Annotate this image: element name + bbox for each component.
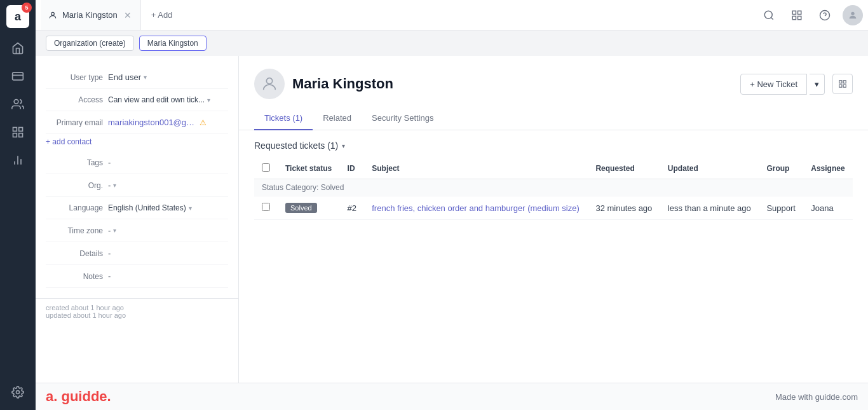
- timezone-value[interactable]: - ▾: [108, 226, 228, 235]
- org-value[interactable]: - ▾: [108, 181, 228, 190]
- new-ticket-button[interactable]: + New Ticket: [740, 74, 807, 95]
- requested-tickets-header[interactable]: Requested tickets (1) ▾: [254, 140, 853, 151]
- breadcrumb-org-create[interactable]: Organization (create): [46, 36, 134, 51]
- breadcrumb-maria-kingston[interactable]: Maria Kingston: [139, 36, 207, 51]
- ticket-subject-link[interactable]: french fries, chicken order and hamburge…: [372, 203, 580, 213]
- top-bar: Maria Kingston ✕ + Add: [36, 0, 868, 31]
- warning-icon: ⚠: [200, 118, 207, 127]
- right-panel-tabs: Tickets (1) Related Security Settings: [239, 107, 868, 130]
- svg-rect-4: [13, 133, 17, 137]
- timezone-dropdown-arrow: ▾: [113, 227, 116, 234]
- notes-value[interactable]: -: [108, 271, 228, 281]
- access-value[interactable]: Can view and edit own tick... ▾: [108, 95, 228, 104]
- tab-related[interactable]: Related: [313, 107, 362, 130]
- timezone-label: Time zone: [46, 226, 103, 235]
- col-ticket-status: Ticket status: [278, 158, 340, 179]
- access-dropdown-arrow: ▾: [207, 97, 210, 104]
- org-label: Org.: [46, 181, 103, 190]
- svg-point-10: [51, 12, 55, 15]
- svg-point-1: [14, 100, 18, 104]
- tab-add-button[interactable]: + Add: [144, 10, 180, 20]
- nav-users-icon[interactable]: [5, 92, 31, 117]
- row-group-cell: Support: [759, 196, 803, 220]
- tab-maria-kingston[interactable]: Maria Kingston ✕: [41, 0, 141, 30]
- user-type-value[interactable]: End user ▾: [108, 72, 228, 82]
- requested-tickets-chevron: ▾: [342, 142, 345, 149]
- col-group: Group: [759, 158, 803, 179]
- col-requested: Requested: [588, 158, 660, 179]
- tab-close-button[interactable]: ✕: [123, 10, 133, 20]
- add-contact-link[interactable]: + add contact: [46, 135, 92, 149]
- svg-rect-14: [798, 11, 801, 14]
- apps-grid-icon: [838, 79, 847, 88]
- svg-line-12: [771, 17, 773, 19]
- avatar-icon: [261, 75, 278, 93]
- svg-rect-22: [843, 81, 846, 83]
- svg-point-11: [764, 11, 772, 18]
- row-checkbox[interactable]: [262, 203, 270, 211]
- user-info: Maria Kingston: [254, 69, 393, 99]
- bottom-banner: a. guidde. Made with guidde.com: [36, 383, 868, 410]
- col-assignee: Assignee: [803, 158, 853, 179]
- notes-label: Notes: [46, 272, 103, 281]
- col-subject: Subject: [364, 158, 588, 179]
- user-avatar-button[interactable]: [843, 5, 863, 25]
- nav-tickets-icon[interactable]: [5, 64, 31, 89]
- language-label: Language: [46, 203, 103, 212]
- help-icon-button[interactable]: [815, 5, 835, 25]
- row-status-cell: Solved: [278, 196, 340, 220]
- tab-tickets[interactable]: Tickets (1): [254, 107, 313, 130]
- user-avatar: [254, 69, 285, 99]
- left-panel: User type End user ▾ Access Can view and…: [36, 56, 239, 383]
- svg-rect-5: [19, 133, 23, 137]
- apps-grid-button[interactable]: [832, 74, 853, 94]
- tickets-table: Ticket status ID Subject Requested Updat…: [254, 158, 853, 220]
- nav-apps-icon[interactable]: [5, 120, 31, 145]
- svg-rect-23: [839, 85, 842, 87]
- language-value[interactable]: English (United States) ▾: [108, 203, 228, 212]
- select-all-header: [254, 158, 278, 179]
- col-id: ID: [340, 158, 365, 179]
- main-area: Maria Kingston ✕ + Add: [36, 0, 868, 410]
- made-with-text: Made with guidde.com: [775, 392, 858, 402]
- primary-email-value: mariakingston001@gmail.... ⚠: [108, 118, 228, 127]
- app-logo[interactable]: a 5: [6, 5, 29, 28]
- svg-rect-3: [19, 128, 23, 132]
- svg-rect-16: [798, 16, 801, 19]
- user-type-dropdown-arrow: ▾: [144, 74, 147, 81]
- notes-field: Notes -: [46, 265, 228, 288]
- tags-field: Tags -: [46, 151, 228, 174]
- table-row: Solved #2 french fries, chicken order an…: [254, 196, 853, 220]
- primary-email-field: Primary email mariakingston001@gmail....…: [46, 111, 228, 134]
- row-id-cell: #2: [340, 196, 365, 220]
- details-value[interactable]: -: [108, 249, 228, 258]
- select-all-checkbox[interactable]: [262, 163, 270, 172]
- primary-email-label: Primary email: [46, 118, 103, 127]
- status-category-row: Status Category: Solved: [254, 179, 853, 196]
- tags-value[interactable]: -: [108, 158, 228, 167]
- new-ticket-dropdown-button[interactable]: ▾: [810, 74, 825, 95]
- timezone-field: Time zone - ▾: [46, 219, 228, 242]
- search-icon-button[interactable]: [759, 5, 779, 25]
- org-field: Org. - ▾: [46, 174, 228, 197]
- email-link[interactable]: mariakingston001@gmail....: [108, 118, 197, 127]
- right-panel: Maria Kingston + New Ticket ▾ Tickets (1…: [239, 56, 868, 383]
- tickets-section: Requested tickets (1) ▾ Ticket status ID: [239, 130, 868, 383]
- user-type-field: User type End user ▾: [46, 66, 228, 89]
- tab-maria-label: Maria Kingston: [62, 10, 118, 20]
- grid-icon-button[interactable]: [787, 5, 807, 25]
- svg-rect-24: [843, 85, 846, 87]
- user-type-label: User type: [46, 73, 103, 82]
- nav-home-icon[interactable]: [5, 36, 31, 61]
- guidde-logo-text: a. guidde.: [46, 388, 111, 405]
- nav-settings-icon[interactable]: [5, 379, 31, 405]
- nav-reports-icon[interactable]: [5, 147, 31, 173]
- tab-security-settings[interactable]: Security Settings: [362, 107, 444, 130]
- row-subject-cell: french fries, chicken order and hamburge…: [364, 196, 588, 220]
- row-checkbox-cell: [254, 196, 278, 220]
- svg-rect-13: [792, 11, 796, 14]
- content-area: User type End user ▾ Access Can view and…: [36, 56, 868, 383]
- row-requested-cell: 32 minutes ago: [588, 196, 660, 220]
- status-category-text: Status Category: Solved: [262, 183, 344, 192]
- svg-point-19: [851, 11, 854, 15]
